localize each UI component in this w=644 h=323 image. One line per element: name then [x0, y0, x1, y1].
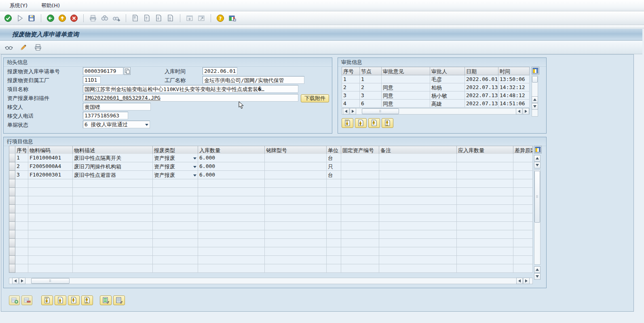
approval-cell[interactable]: 2022.07.13	[465, 83, 498, 91]
items-cell[interactable]: 2	[15, 162, 28, 171]
items-table-config-button[interactable]	[534, 146, 542, 153]
items-cell[interactable]	[341, 171, 379, 179]
enter-icon[interactable]	[4, 14, 12, 22]
col-material-code[interactable]: 物料编码	[28, 146, 73, 154]
approval-cell[interactable]: 2022.07.13	[465, 91, 498, 100]
row-select-button[interactable]	[9, 205, 15, 213]
approval-cell[interactable]: 毛彦	[430, 75, 465, 83]
items-cell[interactable]	[265, 162, 327, 171]
cancel-icon[interactable]	[70, 14, 78, 22]
approval-page-up-button[interactable]	[355, 118, 367, 128]
col-opinion[interactable]: 审批意见	[382, 67, 430, 75]
col-inbound-qty[interactable]: 入库数量	[198, 146, 265, 154]
approval-cell[interactable]: 高婕	[430, 100, 465, 108]
col-remark[interactable]: 备注	[379, 146, 457, 154]
approval-cell[interactable]: 3	[342, 91, 360, 100]
items-cell[interactable]	[379, 162, 457, 171]
col-item-seq[interactable]: 序号	[15, 146, 28, 154]
approval-cell[interactable]: 柏杨	[430, 83, 465, 91]
row-select-button[interactable]	[9, 162, 15, 171]
items-cell[interactable]	[513, 162, 533, 171]
print-icon[interactable]	[89, 14, 97, 22]
items-cell[interactable]	[341, 162, 379, 171]
print-doc-icon[interactable]	[34, 43, 42, 51]
items-first-page-button[interactable]	[41, 295, 53, 305]
items-scroll-down-button[interactable]	[534, 162, 541, 168]
col-asset-no[interactable]: 固定资产编号	[341, 146, 379, 154]
row-select-button[interactable]	[9, 222, 15, 230]
row-select-button[interactable]	[9, 264, 15, 273]
approval-scroll-left2-button[interactable]	[516, 108, 522, 115]
plant-field[interactable]: 11D1	[83, 76, 101, 84]
items-cell[interactable]: 台	[327, 171, 341, 179]
items-scroll-up-button[interactable]	[534, 155, 541, 162]
approval-last-page-button[interactable]	[382, 118, 393, 128]
col-material-desc[interactable]: 物料描述	[73, 146, 153, 154]
items-cell[interactable]: 废旧刀闸操作机构箱	[73, 162, 153, 171]
scrap-type-select[interactable]: 资产报废	[153, 154, 198, 162]
plant-name-field[interactable]: 金坛市供电公司/国网/实物代保管	[203, 76, 304, 84]
previous-page-icon[interactable]	[143, 14, 151, 22]
row-select-button[interactable]	[9, 239, 15, 247]
approval-cell[interactable]: 13:50:06	[498, 75, 530, 83]
doc-status-select[interactable]: 6 接收人审批通过	[83, 121, 150, 128]
items-cell[interactable]	[379, 171, 457, 179]
scan-file-field[interactable]: IMG20220601_08532974.JPG	[83, 94, 298, 102]
row-select-button[interactable]	[9, 247, 15, 256]
approval-page-down-button[interactable]	[368, 118, 380, 128]
display-glasses-icon[interactable]	[5, 43, 13, 51]
items-cell[interactable]	[457, 171, 513, 179]
first-page-icon[interactable]	[131, 14, 139, 22]
items-scroll-left2-button[interactable]	[516, 278, 523, 284]
items-cell[interactable]	[457, 162, 513, 171]
approval-cell[interactable]: 1	[342, 75, 360, 83]
items-cell[interactable]	[513, 171, 533, 179]
deselect-all-button[interactable]	[113, 295, 125, 305]
items-cell[interactable]	[265, 171, 327, 179]
save-icon[interactable]	[27, 14, 36, 22]
items-cell[interactable]: 6.000	[198, 154, 265, 162]
find-icon[interactable]	[101, 14, 109, 22]
items-cell[interactable]	[457, 154, 513, 162]
row-select-button[interactable]	[9, 230, 15, 239]
col-time[interactable]: 时间	[498, 67, 530, 75]
row-select-button[interactable]	[9, 171, 15, 179]
row-select-button[interactable]	[9, 179, 15, 188]
approval-cell[interactable]: 3	[360, 91, 382, 100]
approval-cell[interactable]	[382, 75, 430, 83]
items-cell[interactable]: 6.000	[198, 162, 265, 171]
approval-cell[interactable]: 2022.06.01	[465, 75, 498, 83]
items-scroll-up2-button[interactable]	[534, 266, 541, 273]
items-cell[interactable]: 6.000	[198, 171, 265, 179]
items-cell[interactable]: 台	[327, 154, 341, 162]
items-cell[interactable]	[379, 154, 457, 162]
approval-cell[interactable]: 2	[360, 83, 382, 91]
download-attachment-button[interactable]: 下载附件	[301, 94, 329, 102]
approval-vscroll-thumb[interactable]	[532, 76, 538, 83]
request-no-field[interactable]: 0000396179	[83, 67, 123, 75]
col-scrap-type[interactable]: 报废类型	[153, 146, 198, 154]
help-icon[interactable]: ?	[216, 14, 224, 22]
row-select-button[interactable]	[9, 213, 15, 222]
col-approver[interactable]: 审批人	[430, 67, 465, 75]
approval-cell[interactable]: 同意	[382, 91, 430, 100]
col-diff-reason[interactable]: 差异原因	[513, 146, 533, 154]
find-next-icon[interactable]	[112, 14, 120, 22]
transferor-phone-field[interactable]: 13775185963	[83, 112, 128, 119]
items-cell[interactable]: F101000401	[28, 154, 73, 162]
approval-first-page-button[interactable]	[342, 118, 353, 128]
col-seq[interactable]: 序号	[342, 67, 360, 75]
approval-cell[interactable]: 14:32:12	[498, 83, 530, 91]
back-icon[interactable]	[46, 14, 55, 22]
inbound-time-field[interactable]: 2022.06.01	[203, 67, 237, 75]
items-cell[interactable]	[513, 154, 533, 162]
items-cell[interactable]: F2005000A4	[28, 162, 73, 171]
approval-cell[interactable]: 2	[342, 83, 360, 91]
row-select-button[interactable]	[9, 188, 15, 196]
items-cell[interactable]: 1	[15, 154, 28, 162]
edit-pencil-icon[interactable]	[19, 43, 27, 51]
items-cell[interactable]: 只	[327, 162, 341, 171]
items-hscroll-thumb[interactable]: ⠿	[31, 278, 70, 284]
copy-button[interactable]	[124, 67, 131, 75]
approval-cell[interactable]: 14:48:12	[498, 91, 530, 100]
